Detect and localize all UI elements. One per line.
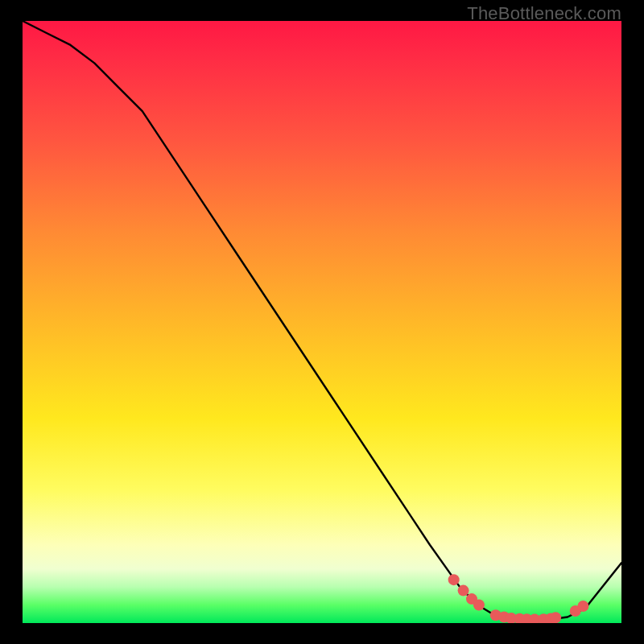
chart-frame: TheBottleneck.com <box>0 0 644 644</box>
plot-area <box>23 21 621 623</box>
curve-line <box>23 21 621 620</box>
marker-dots <box>448 574 589 623</box>
marker-dot <box>448 574 460 585</box>
marker-dot <box>550 612 561 623</box>
chart-svg <box>23 21 621 623</box>
marker-dot <box>473 600 485 611</box>
marker-dot <box>458 585 469 597</box>
marker-dot <box>577 601 588 612</box>
